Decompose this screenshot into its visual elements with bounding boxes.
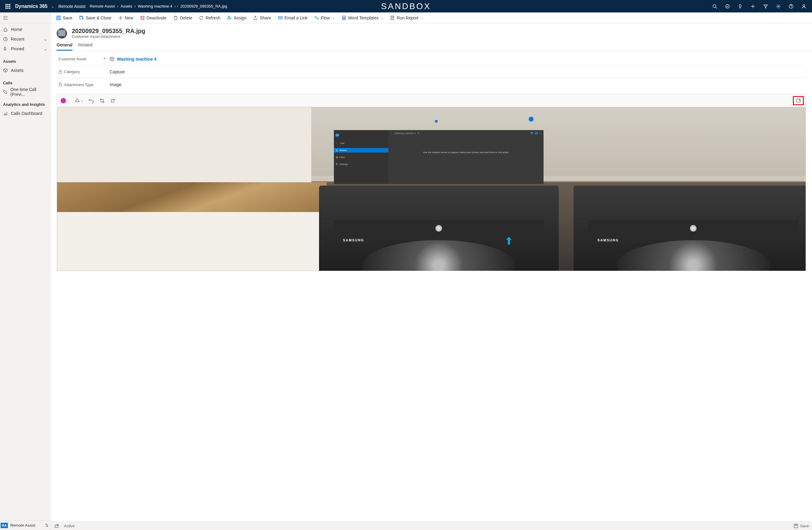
record-header: 20200929_095355_RA.jpg Customer Asset At…: [50, 23, 812, 41]
phone-icon: [3, 90, 7, 94]
area-badge: RA: [1, 523, 8, 528]
chart-icon: [3, 111, 8, 115]
record-title: 20200929_095355_RA.jpg: [72, 28, 145, 34]
app-name-label[interactable]: Remote Assist: [58, 4, 85, 9]
popout-icon[interactable]: [54, 524, 60, 528]
cmd-deactivate[interactable]: Deactivate: [137, 14, 169, 22]
holo-menu-files: ▤ Files: [334, 155, 388, 159]
field-value: Image: [110, 82, 121, 87]
breadcrumb-item[interactable]: Remote Assist: [90, 4, 115, 9]
tab-general[interactable]: General: [57, 41, 72, 51]
nav-collapse-button[interactable]: [0, 12, 50, 23]
holo-message: Use the buttons above to capture videos …: [423, 151, 509, 154]
image-toolbar: ⌄ ⌄: [57, 94, 806, 107]
marker-tool[interactable]: ⌄: [74, 98, 83, 103]
record-thumbnail: [57, 28, 67, 39]
sidebar-item-calls-dashboard[interactable]: Calls Dashboard: [0, 109, 50, 118]
washer-left: SAMSUNG 59: [319, 185, 559, 271]
sidebar-item-pinned[interactable]: Pinned ⌄: [0, 44, 50, 54]
lock-icon: [58, 83, 62, 86]
settings-icon[interactable]: [772, 0, 785, 12]
svg-rect-37: [795, 524, 797, 526]
lightbulb-icon[interactable]: [734, 0, 746, 12]
washer-right: SAMSUNG: [574, 185, 806, 271]
field-label: Category: [64, 69, 80, 74]
task-icon[interactable]: [721, 0, 734, 12]
sidebar-item-label: One-time Call (Previ...: [10, 87, 47, 97]
svg-rect-16: [57, 18, 60, 20]
lookup-icon: [110, 57, 115, 61]
rotate-tool[interactable]: [110, 98, 116, 103]
form-tabs: General Related: [50, 41, 812, 51]
undo-tool[interactable]: [88, 98, 94, 103]
color-picker-tool[interactable]: ⌄: [61, 98, 69, 103]
brand-chevron-icon[interactable]: ⌄: [51, 4, 54, 9]
field-customer-asset: Customer Asset * Washing machine 4: [57, 53, 806, 66]
hololens-panel: AM 📞 Call ◫ Assets ▤ Files ⚙ Settings ← …: [334, 130, 543, 184]
cmd-flow[interactable]: Flow⌄: [312, 14, 337, 22]
sandbox-banner: SANDBOX: [381, 1, 431, 11]
hololens-handle-icon: [435, 120, 437, 123]
cmd-save-close[interactable]: Save & Close: [77, 14, 114, 22]
add-icon[interactable]: [746, 0, 759, 12]
lock-icon: [58, 70, 62, 74]
color-swatch-icon: [61, 98, 66, 103]
brand-label[interactable]: Dynamics 365: [15, 4, 47, 9]
sidebar-item-onetime-call[interactable]: One-time Call (Previ...: [0, 87, 50, 97]
cmd-new[interactable]: New: [116, 14, 136, 22]
svg-line-21: [142, 17, 143, 19]
svg-rect-15: [58, 16, 59, 17]
cmd-run-report[interactable]: Run Report⌄: [388, 14, 426, 22]
sidebar-section-calls: Calls: [0, 75, 50, 87]
sidebar-item-label: Assets: [11, 68, 24, 73]
sidebar-item-home[interactable]: Home: [0, 25, 50, 34]
record-subtitle: Customer Asset Attachment: [72, 34, 145, 39]
updown-icon: ⇅: [45, 523, 48, 528]
filter-icon[interactable]: [759, 0, 772, 12]
sidebar-item-label: Calls Dashboard: [11, 111, 42, 116]
cmd-word-templates[interactable]: Word Templates⌄: [339, 14, 386, 22]
cmd-email-link[interactable]: Email a Link: [275, 14, 310, 22]
holo-menu-call: 📞 Call: [334, 141, 388, 145]
cmd-save[interactable]: Save: [54, 14, 75, 22]
help-icon[interactable]: [785, 0, 797, 12]
cmd-refresh[interactable]: Refresh: [196, 14, 223, 22]
sidebar-item-label: Pinned: [11, 46, 24, 51]
command-bar: Save Save & Close New Deactivate Delete …: [50, 12, 812, 23]
field-label: Customer Asset: [58, 57, 86, 61]
svg-rect-32: [59, 84, 62, 86]
lookup-link[interactable]: Washing machine 4: [117, 57, 156, 61]
breadcrumb-item[interactable]: 20200929_095355_RA.jpg: [180, 4, 227, 9]
svg-point-2: [726, 4, 729, 8]
cmd-delete[interactable]: Delete: [171, 14, 194, 22]
status-save-button[interactable]: Save: [794, 524, 809, 528]
main-content: Save Save & Close New Deactivate Delete …: [50, 12, 812, 530]
breadcrumb-item[interactable]: Washing machine 4: [138, 4, 172, 9]
area-switcher[interactable]: RA Remote Assist ⇅: [0, 520, 50, 530]
area-label: Remote Assist: [10, 523, 35, 528]
svg-point-22: [228, 16, 230, 17]
svg-point-9: [803, 4, 805, 6]
image-canvas[interactable]: SAMSUNG 59 SAMSUNG AM 📞 Cal: [57, 107, 806, 271]
header-icon-bar: [708, 0, 810, 12]
cube-icon: [3, 68, 8, 72]
app-launcher-button[interactable]: [2, 0, 14, 12]
holo-menu-settings: ⚙ Settings: [334, 162, 388, 166]
pin-icon: [3, 47, 8, 51]
cmd-assign[interactable]: Assign: [224, 14, 249, 22]
sidebar-item-recent[interactable]: Recent ⌄: [0, 34, 50, 44]
search-icon[interactable]: [708, 0, 721, 12]
cmd-share[interactable]: Share: [250, 14, 273, 22]
breadcrumb-item[interactable]: Assets: [120, 4, 132, 9]
breadcrumb: Remote Assist› Assets› Washing machine 4…: [90, 4, 227, 9]
chevron-down-icon: ⌄: [381, 16, 383, 19]
crop-tool[interactable]: [99, 98, 105, 103]
tab-related[interactable]: Related: [78, 41, 92, 51]
holo-menu-assets: ◫ Assets: [334, 148, 388, 153]
required-indicator: *: [104, 57, 105, 61]
svg-rect-33: [111, 99, 114, 102]
sidebar-item-label: Home: [11, 27, 22, 32]
sidebar-item-assets[interactable]: Assets: [0, 66, 50, 75]
fullscreen-button-highlighted[interactable]: [793, 96, 804, 105]
account-icon[interactable]: [797, 0, 810, 12]
